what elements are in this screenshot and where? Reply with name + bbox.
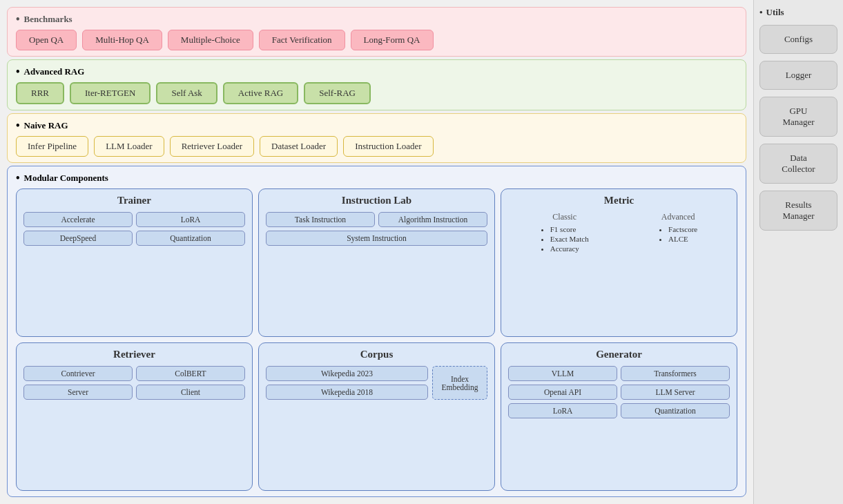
instruction-lab-box: Instruction Lab Task Instruction Algorit… xyxy=(258,188,495,337)
task-instruction[interactable]: Task Instruction xyxy=(266,212,375,227)
naive-infer-pipeline[interactable]: Infer Pipeline xyxy=(16,136,88,157)
naive-rag-title: • Naive RAG xyxy=(16,119,737,132)
generator-items: VLLM Transformers Openai API LLM Server … xyxy=(508,366,730,418)
metric-classic-list: F1 score Exact Match Accuracy xyxy=(541,225,589,253)
modular-section: • Modular Components Trainer Accelerate … xyxy=(7,166,746,497)
metric-classic: Classic F1 score Exact Match Accuracy xyxy=(541,212,589,254)
metric-advanced-list: Factscore ALCE xyxy=(659,225,697,243)
adv-rrr[interactable]: RRR xyxy=(16,82,64,104)
naive-dataset-loader[interactable]: Dataset Loader xyxy=(260,136,338,157)
generator-transformers[interactable]: Transformers xyxy=(621,366,730,381)
metric-accuracy: Accuracy xyxy=(550,244,589,253)
metric-advanced: Advanced Factscore ALCE xyxy=(659,212,697,254)
retriever-title: Retriever xyxy=(23,349,245,360)
benchmarks-section: • Benchmarks Open QA Multi-Hop QA Multip… xyxy=(7,7,746,57)
bullet-icon: • xyxy=(16,13,20,26)
corpus-wiki-2018[interactable]: Wikepedia 2018 xyxy=(266,385,428,400)
corpus-title: Corpus xyxy=(266,349,487,360)
trainer-items: Accelerate LoRA DeepSpeed Quantization xyxy=(23,212,245,246)
retriever-box: Retriever Contriever ColBERT Server Clie… xyxy=(16,342,253,491)
retriever-server[interactable]: Server xyxy=(23,385,133,400)
generator-vllm[interactable]: VLLM xyxy=(508,366,617,381)
retriever-client[interactable]: Client xyxy=(136,385,245,400)
modular-grid: Trainer Accelerate LoRA DeepSpeed Quanti… xyxy=(16,188,737,491)
corpus-inner: Wikepedia 2023 Wikepedia 2018 Index Embe… xyxy=(266,366,487,400)
utils-title: • Utils xyxy=(759,7,784,18)
metric-box: Metric Classic F1 score Exact Match Accu… xyxy=(501,188,737,337)
instr-top-row: Task Instruction Algorithm Instruction xyxy=(266,212,487,227)
logger-button[interactable]: Logger xyxy=(759,61,837,90)
bench-multi-hop-qa[interactable]: Multi-Hop QA xyxy=(82,30,162,50)
bench-multiple-choice[interactable]: Multiple-Choice xyxy=(168,30,253,50)
bench-long-form-qa[interactable]: Long-Form QA xyxy=(351,30,434,50)
naive-instruction-loader[interactable]: Instruction Loader xyxy=(343,136,433,157)
main-content: • Benchmarks Open QA Multi-Hop QA Multip… xyxy=(0,0,753,504)
algorithm-instruction[interactable]: Algorithm Instruction xyxy=(378,212,487,227)
generator-box: Generator VLLM Transformers Openai API L… xyxy=(501,342,737,491)
results-manager-button[interactable]: Results Manager xyxy=(759,191,837,231)
metric-title: Metric xyxy=(508,195,730,206)
metric-f1: F1 score xyxy=(550,225,589,233)
system-instruction[interactable]: System Instruction xyxy=(266,231,487,246)
bench-open-qa[interactable]: Open QA xyxy=(16,30,77,50)
sidebar: • Utils Configs Logger GPU Manager Data … xyxy=(753,0,843,504)
generator-llm-server[interactable]: LLM Server xyxy=(621,385,730,400)
modular-title: • Modular Components xyxy=(16,172,737,184)
metric-advanced-label: Advanced xyxy=(659,212,697,222)
benchmarks-items: Open QA Multi-Hop QA Multiple-Choice Fac… xyxy=(16,30,737,50)
retriever-colbert[interactable]: ColBERT xyxy=(136,366,245,381)
naive-rag-items: Infer Pipeline LLM Loader Retriever Load… xyxy=(16,136,737,157)
instruction-lab-items: Task Instruction Algorithm Instruction S… xyxy=(266,212,487,246)
naive-retriever-loader[interactable]: Retriever Loader xyxy=(170,136,254,157)
corpus-wiki-2023[interactable]: Wikepedia 2023 xyxy=(266,366,428,381)
metric-classic-label: Classic xyxy=(541,212,589,222)
bullet-icon-adv: • xyxy=(16,66,20,78)
generator-title: Generator xyxy=(508,349,730,360)
metric-exact-match: Exact Match xyxy=(550,235,589,243)
configs-button[interactable]: Configs xyxy=(759,25,837,54)
retriever-items: Contriever ColBERT Server Client xyxy=(23,366,245,400)
naive-llm-loader[interactable]: LLM Loader xyxy=(94,136,164,157)
corpus-box: Corpus Wikepedia 2023 Wikepedia 2018 Ind… xyxy=(258,342,495,491)
trainer-lora[interactable]: LoRA xyxy=(136,212,245,227)
advanced-rag-title: • Advanced RAG xyxy=(16,66,737,78)
retriever-contriever[interactable]: Contriever xyxy=(23,366,133,381)
adv-self-ask[interactable]: Self Ask xyxy=(156,82,217,104)
bullet-icon-mod: • xyxy=(16,172,20,184)
generator-lora[interactable]: LoRA xyxy=(508,403,617,418)
metric-alce: ALCE xyxy=(668,235,697,243)
instruction-lab-title: Instruction Lab xyxy=(266,195,487,206)
data-collector-button[interactable]: Data Collector xyxy=(759,144,837,184)
metric-cols: Classic F1 score Exact Match Accuracy Ad… xyxy=(508,212,730,254)
bench-fact-verification[interactable]: Fact Verification xyxy=(259,30,345,50)
adv-active-rag[interactable]: Active RAG xyxy=(223,82,298,104)
trainer-box: Trainer Accelerate LoRA DeepSpeed Quanti… xyxy=(16,188,253,337)
generator-quantization[interactable]: Quantization xyxy=(621,403,730,418)
adv-self-rag[interactable]: Self-RAG xyxy=(304,82,371,104)
bullet-icon-utils: • xyxy=(759,7,763,18)
trainer-deepspeed[interactable]: DeepSpeed xyxy=(23,231,133,246)
trainer-accelerate[interactable]: Accelerate xyxy=(23,212,133,227)
adv-iter-retgen[interactable]: Iter-RETGEN xyxy=(70,82,151,104)
benchmarks-title: • Benchmarks xyxy=(16,13,737,26)
corpus-index-embedding[interactable]: Index Embedding xyxy=(432,366,487,400)
trainer-title: Trainer xyxy=(23,195,245,206)
corpus-left: Wikepedia 2023 Wikepedia 2018 xyxy=(266,366,428,400)
advanced-rag-section: • Advanced RAG RRR Iter-RETGEN Self Ask … xyxy=(7,59,746,110)
trainer-quantization[interactable]: Quantization xyxy=(136,231,245,246)
naive-rag-section: • Naive RAG Infer Pipeline LLM Loader Re… xyxy=(7,113,746,163)
generator-openai-api[interactable]: Openai API xyxy=(508,385,617,400)
advanced-rag-items: RRR Iter-RETGEN Self Ask Active RAG Self… xyxy=(16,82,737,104)
gpu-manager-button[interactable]: GPU Manager xyxy=(759,97,837,137)
metric-factscore: Factscore xyxy=(668,225,697,233)
bullet-icon-naive: • xyxy=(16,119,20,132)
